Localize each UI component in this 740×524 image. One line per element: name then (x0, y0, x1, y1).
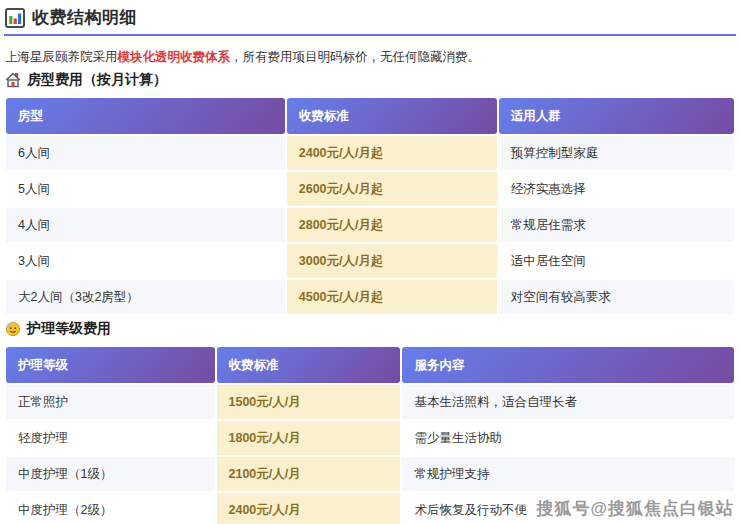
house-icon (5, 72, 21, 88)
room-type-cell: 4人间 (6, 208, 285, 242)
room-fees-table: 房型 收费标准 适用人群 6人间 2400元/人/月起 预算控制型家庭 5人间 … (4, 96, 736, 316)
table-row: 中度护理（2级） 2400元/人/月 术后恢复及行动不便 (6, 493, 734, 524)
table-row: 正常照护 1500元/人/月 基本生活照料，适合自理长者 (6, 385, 734, 419)
service-cell: 基本生活照料，适合自理长者 (402, 385, 734, 419)
column-header-fee: 收费标准 (287, 98, 497, 134)
bar-chart-icon (5, 8, 25, 28)
intro-paragraph: 上海星辰颐养院采用模块化透明收费体系，所有费用项目明码标价，无任何隐藏消费。 (5, 49, 736, 65)
care-level-cell: 轻度护理 (6, 421, 215, 455)
table-row: 4人间 2800元/人/月起 常规居住需求 (6, 208, 734, 242)
column-header-fee: 收费标准 (217, 347, 401, 383)
table-header-row: 护理等级 收费标准 服务内容 (6, 347, 734, 383)
audience-cell: 常规居住需求 (499, 208, 734, 242)
care-level-cell: 中度护理（1级） (6, 457, 215, 491)
page-container: 收费结构明细 上海星辰颐养院采用模块化透明收费体系，所有费用项目明码标价，无任何… (0, 0, 740, 524)
intro-highlight: 模块化透明收费体系 (118, 50, 231, 64)
audience-cell: 预算控制型家庭 (499, 136, 734, 170)
service-cell: 需少量生活协助 (402, 421, 734, 455)
intro-prefix: 上海星辰颐养院采用 (5, 50, 118, 64)
section-heading-care-fees: 护理等级费用 (5, 320, 736, 338)
fee-cell: 2400元/人/月 (217, 493, 401, 524)
column-header-service: 服务内容 (402, 347, 734, 383)
fee-cell: 2600元/人/月起 (287, 172, 497, 206)
fee-cell: 2400元/人/月起 (287, 136, 497, 170)
room-type-cell: 大2人间（3改2房型） (6, 280, 285, 314)
table-header-row: 房型 收费标准 适用人群 (6, 98, 734, 134)
table-row: 5人间 2600元/人/月起 经济实惠选择 (6, 172, 734, 206)
table-row: 6人间 2400元/人/月起 预算控制型家庭 (6, 136, 734, 170)
fee-cell: 4500元/人/月起 (287, 280, 497, 314)
service-cell: 术后恢复及行动不便 (402, 493, 734, 524)
fee-cell: 1800元/人/月 (217, 421, 401, 455)
care-level-cell: 正常照护 (6, 385, 215, 419)
column-header-care-level: 护理等级 (6, 347, 215, 383)
fee-cell: 2800元/人/月起 (287, 208, 497, 242)
column-header-room-type: 房型 (6, 98, 285, 134)
page-header: 收费结构明细 (4, 4, 736, 36)
audience-cell: 经济实惠选择 (499, 172, 734, 206)
fee-cell: 1500元/人/月 (217, 385, 401, 419)
table-row: 大2人间（3改2房型） 4500元/人/月起 对空间有较高要求 (6, 280, 734, 314)
intro-suffix: ，所有费用项目明码标价，无任何隐藏消费。 (230, 50, 480, 64)
section-heading-room-fees: 房型费用（按月计算） (5, 71, 736, 89)
section-heading-label: 护理等级费用 (27, 320, 111, 338)
table-row: 轻度护理 1800元/人/月 需少量生活协助 (6, 421, 734, 455)
fee-cell: 2100元/人/月 (217, 457, 401, 491)
page-title: 收费结构明细 (32, 6, 137, 29)
room-type-cell: 5人间 (6, 172, 285, 206)
care-fees-table: 护理等级 收费标准 服务内容 正常照护 1500元/人/月 基本生活照料，适合自… (4, 345, 736, 524)
column-header-audience: 适用人群 (499, 98, 734, 134)
audience-cell: 适中居住空间 (499, 244, 734, 278)
room-type-cell: 3人间 (6, 244, 285, 278)
section-heading-label: 房型费用（按月计算） (27, 71, 167, 89)
care-level-cell: 中度护理（2级） (6, 493, 215, 524)
fee-cell: 3000元/人/月起 (287, 244, 497, 278)
room-type-cell: 6人间 (6, 136, 285, 170)
audience-cell: 对空间有较高要求 (499, 280, 734, 314)
service-cell: 常规护理支持 (402, 457, 734, 491)
elder-face-icon (5, 321, 21, 337)
table-row: 3人间 3000元/人/月起 适中居住空间 (6, 244, 734, 278)
table-row: 中度护理（1级） 2100元/人/月 常规护理支持 (6, 457, 734, 491)
